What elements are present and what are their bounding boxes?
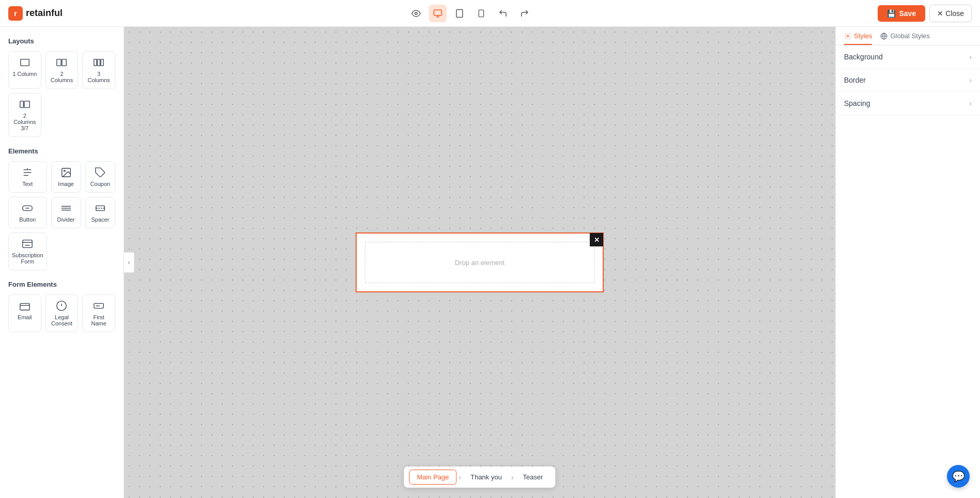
right-sidebar: Styles Global Styles Background › Border… [835, 27, 980, 498]
form-elements-grid: Email Legal Consent First Name [8, 294, 115, 332]
mobile-view-button[interactable] [472, 5, 490, 22]
layouts-title: Layouts [8, 37, 115, 45]
layouts-section: Layouts 1 Column 2 Columns 3 Columns [8, 37, 115, 137]
save-icon: 💾 [887, 9, 896, 18]
form-elements-title: Form Elements [8, 281, 115, 288]
elements-title: Elements [8, 147, 115, 155]
save-button[interactable]: 💾 Save [878, 5, 925, 22]
chat-button[interactable]: 💬 [947, 465, 970, 488]
element-spacer[interactable]: Spacer [85, 197, 115, 228]
tab-arrow-2: › [511, 473, 514, 481]
tab-styles-label: Styles [854, 32, 872, 40]
svg-rect-12 [98, 59, 100, 66]
svg-rect-15 [24, 101, 29, 108]
canvas-area: ‹ ✕ Drop an element Main Page › Thank yo… [124, 27, 835, 498]
element-email[interactable]: Email [8, 294, 41, 332]
save-label: Save [899, 9, 916, 18]
tab-teaser-label: Teaser [523, 473, 543, 481]
tab-arrow-1: › [459, 473, 462, 481]
desktop-view-button[interactable] [429, 5, 447, 22]
tab-global-styles-label: Global Styles [890, 32, 930, 40]
logo-text: retainful [26, 8, 63, 19]
element-legal-consent[interactable]: Legal Consent [45, 294, 79, 332]
right-sidebar-tabs: Styles Global Styles [836, 27, 980, 45]
layout-2col37[interactable]: 2 Columns 3/7 [8, 93, 41, 137]
layout-3col[interactable]: 3 Columns [82, 51, 115, 89]
svg-rect-30 [23, 240, 32, 248]
spacing-label: Spacing [844, 99, 870, 107]
svg-point-21 [64, 170, 65, 172]
svg-point-40 [847, 35, 849, 37]
svg-rect-1 [434, 10, 441, 15]
tab-thank-you[interactable]: Thank you [463, 470, 509, 484]
background-section[interactable]: Background › [836, 45, 980, 69]
svg-rect-14 [20, 101, 23, 108]
svg-rect-8 [21, 59, 29, 66]
spacing-chevron-icon: › [969, 99, 972, 107]
layouts-grid: 1 Column 2 Columns 3 Columns 2 Columns 3… [8, 51, 115, 137]
element-subscription-form[interactable]: Subscription Form [8, 232, 47, 270]
element-image[interactable]: Image [51, 161, 81, 193]
close-button[interactable]: ✕ Close [929, 5, 972, 22]
svg-rect-13 [101, 59, 103, 66]
page-tabs: Main Page › Thank you › Teaser [404, 466, 555, 488]
element-divider[interactable]: Divider [51, 197, 81, 228]
redo-button[interactable] [516, 5, 533, 22]
tab-global-styles[interactable]: Global Styles [880, 32, 930, 45]
elements-section: Elements Text Image Coupon [8, 147, 115, 270]
svg-rect-33 [20, 303, 29, 310]
canvas-block: ✕ Drop an element [356, 232, 604, 292]
element-first-name[interactable]: First Name [82, 294, 115, 332]
close-x-icon: ✕ [937, 9, 943, 18]
element-text[interactable]: Text [8, 161, 47, 193]
background-chevron-icon: › [969, 53, 972, 61]
svg-rect-10 [62, 59, 66, 66]
border-label: Border [844, 76, 866, 84]
svg-point-0 [415, 12, 418, 14]
svg-rect-6 [479, 10, 483, 17]
tab-styles[interactable]: Styles [844, 32, 872, 45]
tab-main-page-label: Main Page [417, 473, 449, 481]
element-coupon[interactable]: Coupon [85, 161, 115, 193]
tablet-view-button[interactable] [451, 5, 468, 22]
drop-placeholder: Drop an element [455, 259, 504, 267]
tab-thank-you-label: Thank you [470, 473, 502, 481]
undo-button[interactable] [494, 5, 512, 22]
border-chevron-icon: › [969, 76, 972, 84]
left-sidebar: Layouts 1 Column 2 Columns 3 Columns [0, 27, 124, 498]
canvas-block-close-button[interactable]: ✕ [590, 233, 603, 246]
preview-icon[interactable] [407, 5, 425, 22]
tab-teaser[interactable]: Teaser [516, 470, 550, 484]
topbar: r retainful 💾 Save ✕ Close [0, 0, 980, 27]
topbar-right-controls: 💾 Save ✕ Close [878, 5, 972, 22]
svg-rect-11 [94, 59, 97, 66]
tab-main-page[interactable]: Main Page [409, 470, 456, 485]
layout-1col[interactable]: 1 Column [8, 51, 41, 89]
topbar-center-controls [407, 5, 533, 22]
svg-rect-9 [57, 59, 61, 66]
sidebar-collapse-button[interactable]: ‹ [124, 252, 134, 273]
main-layout: Layouts 1 Column 2 Columns 3 Columns [0, 27, 980, 498]
form-elements-section: Form Elements Email Legal Consent First … [8, 281, 115, 332]
logo: r retainful [8, 6, 63, 21]
element-button[interactable]: Button [8, 197, 47, 228]
close-label: Close [945, 9, 964, 18]
border-section[interactable]: Border › [836, 69, 980, 92]
layout-2col[interactable]: 2 Columns [45, 51, 79, 89]
elements-grid: Text Image Coupon Button [8, 161, 115, 270]
logo-icon: r [8, 6, 23, 21]
spacing-section[interactable]: Spacing › [836, 92, 980, 115]
canvas-drop-zone[interactable]: Drop an element [365, 242, 594, 283]
background-label: Background [844, 53, 883, 61]
